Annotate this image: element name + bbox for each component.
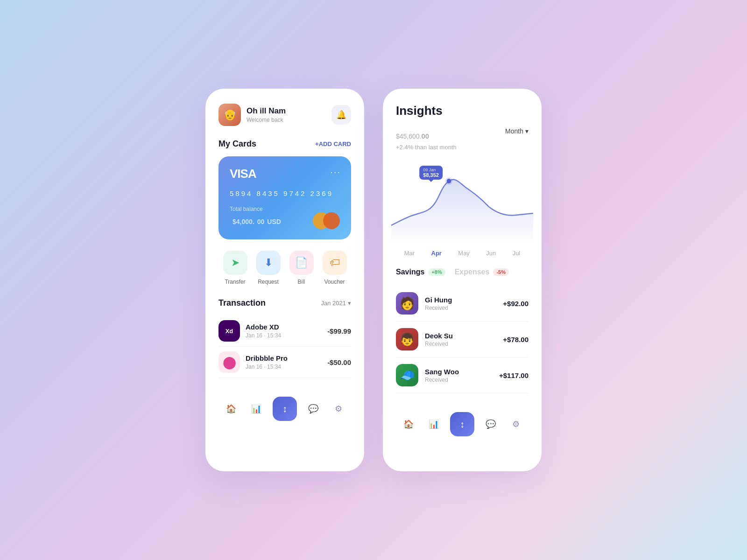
- tx-info: Adobe XD Jan 16 · 15:34: [246, 323, 322, 339]
- expenses-label: Expenses: [455, 268, 490, 276]
- expenses-item[interactable]: Expenses -5%: [455, 268, 509, 276]
- transfer-label: Transfer: [225, 279, 245, 285]
- nav-chart-right[interactable]: 📊: [425, 415, 443, 433]
- card-balance: $4,000.00USD: [230, 215, 281, 227]
- chart-months: Mar Apr May Jun Jul: [396, 250, 529, 257]
- gi-hung-status: Received: [425, 305, 496, 311]
- gi-hung-amount: +$92.00: [503, 300, 529, 308]
- nav-chart-left[interactable]: 📊: [247, 400, 265, 418]
- request-icon: ⬇: [256, 251, 281, 275]
- add-card-button[interactable]: +ADD CARD: [315, 140, 351, 147]
- nav-transfer-right[interactable]: ↕: [450, 412, 474, 436]
- nav-home-left[interactable]: 🏠: [222, 400, 240, 418]
- transfer-action[interactable]: ➤ Transfer: [223, 251, 247, 285]
- chart-area: [391, 180, 533, 244]
- tx-info: Dribbble Pro Jan 16 · 15:34: [246, 354, 322, 370]
- line-chart: [391, 160, 533, 244]
- cents: 00: [257, 218, 265, 225]
- bottom-nav-right: 🏠 📊 ↕ 💬 ⚙: [396, 406, 529, 436]
- card-menu-dots[interactable]: ···: [330, 167, 341, 177]
- savings-item[interactable]: Savings +8%: [396, 268, 445, 276]
- person-list: 🧑 Gi Hung Received +$92.00 👦 Deok Su Rec…: [396, 286, 529, 393]
- chart-tooltip: 09 Jan $8,352: [419, 166, 443, 180]
- expenses-badge: -5%: [493, 268, 509, 276]
- card-brand: VISA: [230, 167, 340, 181]
- user-info: 👴 Oh ill Nam Welcome back: [218, 104, 286, 126]
- card-balance-label: Total balance: [230, 206, 340, 212]
- month-jun[interactable]: Jun: [486, 250, 496, 257]
- insights-change: +2.4% than last month: [396, 144, 457, 151]
- tx-amount: -$50.00: [327, 358, 351, 366]
- savings-expenses-row: Savings +8% Expenses -5%: [396, 268, 529, 276]
- tx-header: Transaction Jan 2021 ▾: [218, 298, 351, 308]
- month-apr[interactable]: Apr: [431, 250, 442, 257]
- sang-woo-name: Sang Woo: [425, 368, 493, 376]
- card-balance-row: $4,000.00USD: [230, 212, 340, 229]
- gi-hung-info: Gi Hung Received: [425, 296, 496, 311]
- list-item[interactable]: 👦 Deok Su Received +$78.00: [396, 322, 529, 357]
- avatar: 👴: [218, 104, 241, 126]
- voucher-icon: 🏷: [323, 251, 347, 275]
- month-jul[interactable]: Jul: [513, 250, 521, 257]
- chart-dot-outer: [445, 177, 452, 185]
- voucher-action[interactable]: 🏷 Voucher: [323, 251, 347, 285]
- insights-amount: $45,600.00: [396, 127, 457, 142]
- transactions-section: Transaction Jan 2021 ▾ Xd Adobe XD Jan 1…: [218, 298, 351, 378]
- bell-icon: 🔔: [336, 110, 346, 120]
- mc-circle-right: [323, 212, 340, 229]
- insights-header-row: $45,600.00 +2.4% than last month Month ▾: [396, 127, 529, 153]
- bill-label: Bill: [297, 279, 305, 285]
- tx-title: Transaction: [218, 298, 266, 308]
- month-chevron: ▾: [525, 127, 529, 135]
- quick-actions: ➤ Transfer ⬇ Request 📄 Bill 🏷 Voucher: [218, 251, 351, 285]
- my-cards-title: My Cards: [218, 139, 256, 149]
- my-cards-header: My Cards +ADD CARD: [218, 139, 351, 149]
- nav-transfer-left[interactable]: ↕: [273, 397, 297, 421]
- tx-name: Dribbble Pro: [246, 354, 322, 362]
- sang-woo-avatar: 🧢: [396, 364, 418, 386]
- request-action[interactable]: ⬇ Request: [256, 251, 281, 285]
- nav-chat-left[interactable]: 💬: [304, 400, 322, 418]
- sang-woo-status: Received: [425, 377, 493, 383]
- list-item[interactable]: 🧢 Sang Woo Received +$117.00: [396, 357, 529, 393]
- dribbble-icon: ⬤: [218, 351, 240, 373]
- request-label: Request: [258, 279, 279, 285]
- tx-amount: -$99.99: [327, 327, 351, 335]
- deok-su-avatar: 👦: [396, 328, 418, 350]
- deok-su-info: Deok Su Received: [425, 332, 496, 347]
- tx-date-chevron: ▾: [348, 300, 351, 307]
- table-row[interactable]: Xd Adobe XD Jan 16 · 15:34 -$99.99: [218, 315, 351, 347]
- insights-header-section: Insights $45,600.00 +2.4% than last mont…: [396, 104, 529, 153]
- nav-chat-right[interactable]: 💬: [482, 415, 500, 433]
- bill-action[interactable]: 📄 Bill: [289, 251, 314, 285]
- month-may[interactable]: May: [458, 250, 470, 257]
- credit-card: ··· VISA 5894 8435 9742 2369 Total balan…: [218, 156, 351, 239]
- sang-woo-info: Sang Woo Received: [425, 368, 493, 383]
- user-subtitle: Welcome back: [247, 117, 286, 123]
- card-number: 5894 8435 9742 2369: [230, 189, 340, 197]
- tooltip-date: 09 Jan: [423, 168, 439, 172]
- bill-icon: 📄: [289, 251, 314, 275]
- savings-badge: +8%: [428, 268, 445, 276]
- table-row[interactable]: ⬤ Dribbble Pro Jan 16 · 15:34 -$50.00: [218, 347, 351, 378]
- month-selector[interactable]: Month ▾: [505, 127, 529, 135]
- user-text: Oh ill Nam Welcome back: [247, 106, 286, 123]
- gi-hung-avatar: 🧑: [396, 292, 418, 315]
- left-phone: 👴 Oh ill Nam Welcome back 🔔 My Cards +AD…: [205, 89, 364, 471]
- tx-time: Jan 16 · 15:34: [246, 332, 322, 339]
- deok-su-amount: +$78.00: [503, 336, 529, 343]
- list-item[interactable]: 🧑 Gi Hung Received +$92.00: [396, 286, 529, 322]
- nav-home-right[interactable]: 🏠: [400, 415, 417, 433]
- transfer-icon: ➤: [223, 251, 247, 275]
- notification-button[interactable]: 🔔: [331, 105, 351, 125]
- nav-settings-left[interactable]: ⚙: [330, 400, 347, 418]
- currency: USD: [267, 218, 281, 225]
- mastercard-logo: [313, 212, 340, 229]
- tx-date[interactable]: Jan 2021 ▾: [321, 300, 352, 307]
- deok-su-status: Received: [425, 341, 496, 347]
- bottom-nav-left: 🏠 📊 ↕ 💬 ⚙: [218, 391, 351, 421]
- deok-su-name: Deok Su: [425, 332, 496, 340]
- sang-woo-amount: +$117.00: [499, 371, 529, 379]
- month-mar[interactable]: Mar: [404, 250, 415, 257]
- nav-settings-right[interactable]: ⚙: [507, 415, 525, 433]
